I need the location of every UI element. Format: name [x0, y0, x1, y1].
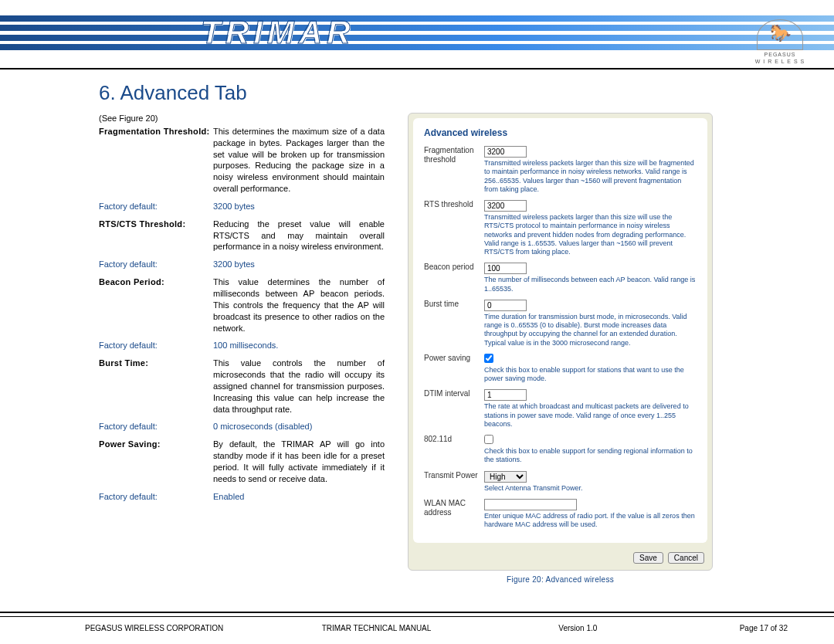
rts-threshold-field-label: RTS threshold	[424, 200, 484, 209]
power-saving-row: Power saving Check this box to enable su…	[424, 354, 697, 384]
footer-version: Version 1.0	[558, 624, 651, 632]
factory-default-value: 0 microseconds (disabled)	[213, 421, 312, 432]
page-content: 6. Advanced Tab (See Figure 20) Fragment…	[99, 81, 736, 584]
factory-default-value: 100 milliseconds.	[213, 340, 278, 351]
80211d-checkbox[interactable]	[484, 435, 493, 444]
factory-default-value: 3200 bytes	[213, 259, 255, 270]
dtim-interval-field-label: DTIM interval	[424, 389, 484, 398]
frag-factory-default: Factory default: 3200 bytes	[99, 201, 385, 212]
figure-caption: Figure 20: Advanced wireless	[408, 575, 713, 584]
page-title: 6. Advanced Tab	[99, 81, 736, 105]
burst-factory-default: Factory default: 0 microseconds (disable…	[99, 421, 385, 432]
footer-company: PEGASUS WIRELESS CORPORATION	[85, 624, 263, 632]
beacon-factory-default: Factory default: 100 milliseconds.	[99, 340, 385, 351]
frag-threshold-block: Fragmentation Threshold: This determines…	[99, 126, 385, 195]
beacon-period-help: The number of milliseconds between each …	[484, 276, 697, 293]
frag-threshold-field-label: Fragmentation threshold	[424, 146, 484, 164]
beacon-period-field-label: Beacon period	[424, 263, 484, 272]
transmit-power-help: Select Antenna Transmit Power.	[484, 484, 697, 493]
rts-threshold-input[interactable]	[484, 200, 527, 212]
pegasus-label-2: W I R E L E S S	[749, 59, 811, 64]
transmit-power-row: Transmit Power High Select Antenna Trans…	[424, 471, 697, 493]
80211d-field-label: 802.11d	[424, 435, 484, 444]
description-column: (See Figure 20) Fragmentation Threshold:…	[99, 113, 385, 584]
footer-rule-top	[0, 612, 834, 613]
factory-default-label: Factory default:	[99, 201, 213, 212]
burst-time-input[interactable]	[484, 300, 527, 311]
pegasus-horse-icon	[757, 19, 803, 50]
pegasus-label-1: PEGASUS	[749, 52, 811, 57]
beacon-period-block: Beacon Period: This value determines the…	[99, 276, 385, 334]
beacon-period-row: Beacon period The number of milliseconds…	[424, 263, 697, 293]
power-saving-label: Power Saving:	[99, 439, 213, 484]
burst-time-field-label: Burst time	[424, 300, 484, 309]
dtim-interval-help: The rate at which broadcast and multicas…	[484, 402, 697, 429]
factory-default-value: Enabled	[213, 491, 244, 503]
see-figure-note: (See Figure 20)	[99, 113, 385, 124]
burst-time-label: Burst Time:	[99, 358, 213, 415]
wlan-mac-row: WLAN MAC address Enter unique MAC addres…	[424, 499, 697, 530]
panel-button-bar: Save Cancel	[409, 547, 712, 570]
frag-threshold-label: Fragmentation Threshold:	[99, 126, 213, 195]
beacon-period-label: Beacon Period:	[99, 276, 213, 334]
frag-threshold-row: Fragmentation threshold Transmitted wire…	[424, 146, 697, 194]
header-rule	[0, 68, 834, 69]
dtim-interval-input[interactable]	[484, 389, 527, 401]
80211d-help: Check this box to enable support for sen…	[484, 447, 697, 465]
header-stripes	[0, 15, 834, 50]
cancel-button[interactable]: Cancel	[668, 552, 704, 564]
brand-logo-text: TRIMAR	[201, 14, 354, 51]
frag-threshold-input[interactable]	[484, 146, 527, 158]
power-saving-help: Check this box to enable support for sta…	[484, 366, 697, 384]
power-saving-desc: By default, the TRIMAR AP will go into s…	[213, 439, 385, 484]
rts-threshold-label: RTS/CTS Threshold:	[99, 219, 213, 253]
panel-title: Advanced wireless	[424, 127, 697, 138]
page-footer: PEGASUS WIRELESS CORPORATION TRIMAR TECH…	[85, 624, 788, 632]
rts-threshold-block: RTS/CTS Threshold: Reducing the preset v…	[99, 219, 385, 253]
footer-rule-bot	[0, 616, 834, 617]
factory-default-label: Factory default:	[99, 421, 213, 432]
80211d-row: 802.11d Check this box to enable support…	[424, 435, 697, 465]
power-saving-checkbox[interactable]	[484, 354, 493, 363]
burst-time-desc: This value controls the number of micros…	[213, 358, 385, 415]
advanced-wireless-panel: Advanced wireless Fragmentation threshol…	[408, 113, 713, 571]
save-button[interactable]: Save	[633, 552, 663, 564]
wlan-mac-input[interactable]	[484, 499, 577, 510]
factory-default-label: Factory default:	[99, 340, 213, 351]
rts-factory-default: Factory default: 3200 bytes	[99, 259, 385, 270]
power-saving-field-label: Power saving	[424, 354, 484, 363]
figure-column: Advanced wireless Fragmentation threshol…	[408, 113, 713, 584]
beacon-period-input[interactable]	[484, 263, 527, 274]
factory-default-value: 3200 bytes	[213, 201, 255, 212]
wlan-mac-help: Enter unique MAC address of radio port. …	[484, 512, 697, 530]
rts-threshold-row: RTS threshold Transmitted wireless packe…	[424, 200, 697, 256]
frag-threshold-desc: This determines the maximum size of a da…	[213, 126, 385, 195]
page-header: TRIMAR PEGASUS W I R E L E S S	[0, 0, 834, 62]
footer-page: Page 17 of 32	[710, 624, 788, 632]
frag-threshold-help: Transmitted wireless packets larger than…	[484, 159, 697, 194]
transmit-power-select[interactable]: High	[484, 471, 527, 483]
dtim-interval-row: DTIM interval The rate at which broadcas…	[424, 389, 697, 429]
wlan-mac-field-label: WLAN MAC address	[424, 499, 484, 517]
power-saving-block: Power Saving: By default, the TRIMAR AP …	[99, 439, 385, 484]
rts-threshold-desc: Reducing the preset value will enable RT…	[213, 219, 385, 253]
factory-default-label: Factory default:	[99, 491, 213, 503]
rts-threshold-help: Transmitted wireless packets larger than…	[484, 213, 697, 256]
burst-time-block: Burst Time: This value controls the numb…	[99, 358, 385, 415]
power-factory-default: Factory default: Enabled	[99, 491, 385, 503]
factory-default-label: Factory default:	[99, 259, 213, 270]
burst-time-help: Time duration for transmission burst mod…	[484, 313, 697, 347]
footer-manual: TRIMAR TECHNICAL MANUAL	[322, 624, 500, 632]
beacon-period-desc: This value determines the number of mill…	[213, 276, 385, 334]
burst-time-row: Burst time Time duration for transmissio…	[424, 300, 697, 347]
pegasus-logo: PEGASUS W I R E L E S S	[749, 19, 811, 66]
transmit-power-field-label: Transmit Power	[424, 471, 484, 480]
